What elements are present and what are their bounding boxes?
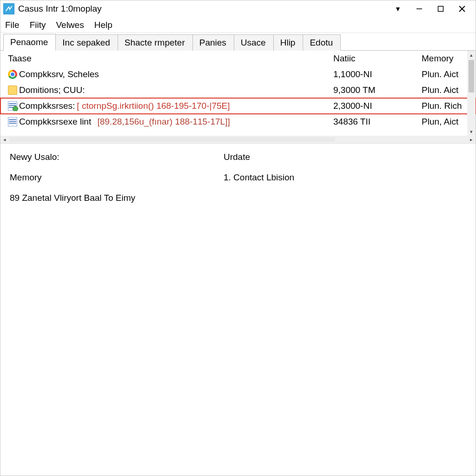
maximize-button[interactable] <box>430 1 451 16</box>
process-extra: [89.28,156u_(fınar) 188-115-17L]] <box>98 117 230 127</box>
tab-strip: Penaome Inc sepaked Shacte rmpeter Panie… <box>0 33 476 51</box>
doc-icon <box>8 117 17 126</box>
menu-velwes[interactable]: Velwes <box>56 20 84 30</box>
process-name: Compkksrv, Scheles <box>19 69 99 79</box>
tab-inc-sepaked[interactable]: Inc sepaked <box>55 34 118 51</box>
minimize-button[interactable] <box>409 1 430 16</box>
tab-shacte-rmpeter[interactable]: Shacte rmpeter <box>118 34 193 51</box>
scroll-down-icon[interactable]: ▾ <box>467 127 476 136</box>
svg-rect-1 <box>438 7 443 12</box>
scroll-right-icon[interactable]: ▸ <box>467 136 476 143</box>
scroll-up-icon[interactable]: ▴ <box>467 51 476 59</box>
menu-file[interactable]: File <box>5 20 20 30</box>
scroll-thumb[interactable] <box>10 137 335 142</box>
detail-memory: Memory <box>10 172 224 183</box>
process-name: Compkksrsexe lint <box>19 117 91 127</box>
menu-help[interactable]: Help <box>94 20 112 30</box>
window-title: Casus Intr 1:0moplay <box>18 4 102 14</box>
detail-zanetal: 89 Zanetal Vliryort Baal To Eimy <box>10 193 466 203</box>
app-window: Casus Intr 1:0moplay ▼ File Fiity Velwes… <box>0 0 476 476</box>
tab-usace[interactable]: Usace <box>234 34 274 51</box>
empty-area <box>0 212 476 476</box>
details-panel: Newy Usalo: Urdate Memory 1. Contact Lbi… <box>0 144 476 212</box>
table-row[interactable]: Domitions; CUU: 9,3000 TM Plun. Aict <box>0 82 476 98</box>
titlebar: Casus Intr 1:0moplay ▼ <box>0 0 476 17</box>
column-header-name[interactable]: Taase <box>8 53 333 64</box>
tab-edotu[interactable]: Edotu <box>303 34 341 51</box>
folder-icon <box>8 86 17 95</box>
tab-penaome[interactable]: Penaome <box>3 34 56 51</box>
table-row[interactable]: Compkksrv, Scheles 1,1000-NI Plun. Aict <box>0 66 476 82</box>
table-row[interactable]: Compkksrsexe lint [89.28,156u_(fınar) 18… <box>0 114 476 130</box>
table-header-row: Taase Natiic Memory <box>0 51 476 66</box>
doc-green-icon <box>8 101 17 111</box>
detail-contact: 1. Contact Lbision <box>224 172 466 183</box>
process-natic: 9,3000 TM <box>333 85 422 95</box>
process-extra: [ ctornpSg.irkrtiion() 168-195-170-|75E] <box>77 101 230 111</box>
tab-panies[interactable]: Panies <box>192 34 234 51</box>
menu-fiity[interactable]: Fiity <box>30 20 46 30</box>
tab-hlip[interactable]: Hlip <box>273 34 304 51</box>
process-name: Domitions; CUU: <box>19 85 85 95</box>
table-row-highlighted[interactable]: Compkksrses: [ ctornpSg.irkrtiion() 168-… <box>0 98 476 114</box>
scroll-track[interactable] <box>9 136 467 143</box>
process-name: Compkksrses: <box>19 101 75 111</box>
scroll-thumb[interactable] <box>469 60 474 93</box>
process-natic: 2,3000-NI <box>333 101 422 111</box>
close-button[interactable] <box>451 1 473 16</box>
detail-new-usalo: Newy Usalo: <box>10 152 224 162</box>
process-table: Taase Natiic Memory Compkksrv, Scheles 1… <box>0 51 476 144</box>
detail-urdate: Urdate <box>224 152 466 162</box>
horizontal-scrollbar[interactable]: ◂ ▸ <box>0 136 476 143</box>
scroll-left-icon[interactable]: ◂ <box>0 136 9 143</box>
process-natic: 1,1000-NI <box>333 69 422 79</box>
process-natic: 34836 TII <box>333 117 422 127</box>
app-icon <box>3 3 14 14</box>
dropdown-button[interactable]: ▼ <box>387 1 409 16</box>
chrome-icon <box>8 70 17 79</box>
table-body: Compkksrv, Scheles 1,1000-NI Plun. Aict … <box>0 66 476 130</box>
menubar: File Fiity Velwes Help <box>0 17 476 33</box>
scroll-track[interactable] <box>467 59 476 127</box>
vertical-scrollbar[interactable]: ▴ ▾ <box>467 51 476 136</box>
column-header-natic[interactable]: Natiic <box>333 53 422 64</box>
